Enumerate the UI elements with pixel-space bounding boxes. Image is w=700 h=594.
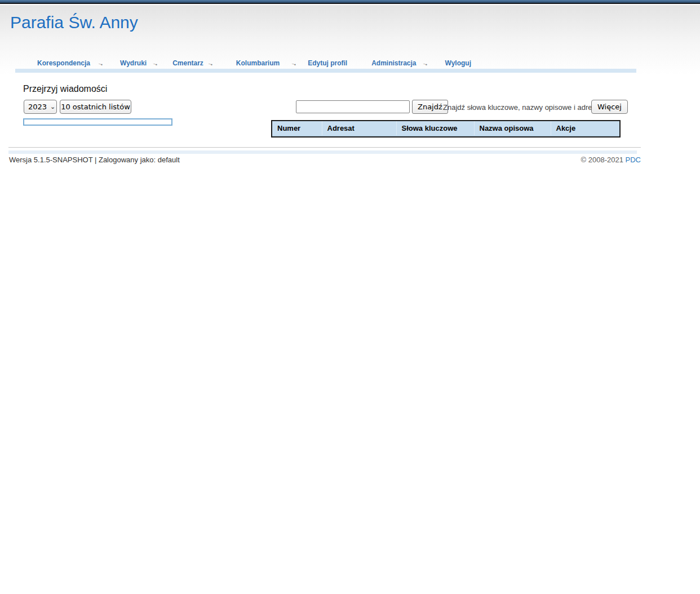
submenu-arrow-icon: → <box>151 58 160 68</box>
table-header-row: Numer Adresat Słowa kluczowe Nazwa opiso… <box>272 121 620 135</box>
copyright-text: © 2008-2021 <box>581 156 623 164</box>
top-accent-bar <box>0 0 700 4</box>
footer-copyright: © 2008-2021 PDC <box>472 156 641 164</box>
nav-item-wydruki[interactable]: Wydruki <box>120 59 147 67</box>
main-nav: Korespondencja → Wydruki → Cmentarz → Ko… <box>37 59 471 68</box>
column-header-adresat: Adresat <box>322 121 396 135</box>
submenu-arrow-icon: → <box>206 58 215 68</box>
footer-accent-bar <box>8 150 637 154</box>
more-button[interactable]: Więcej <box>591 100 628 114</box>
footer-divider <box>8 147 641 148</box>
nav-item-cmentarz[interactable]: Cmentarz <box>172 59 203 67</box>
nav-item-administracja[interactable]: Administracja <box>371 59 416 67</box>
column-header-nazwa-opisowa: Nazwa opisowa <box>474 121 551 135</box>
year-select-value: 2023 <box>28 103 47 111</box>
submenu-arrow-icon: → <box>421 58 430 68</box>
table-empty-row <box>272 135 620 137</box>
column-header-numer: Numer <box>272 121 322 135</box>
section-heading: Przejrzyj wiadomości <box>23 84 107 94</box>
column-header-akcje: Akcje <box>551 121 620 135</box>
recent-letters-button[interactable]: 10 ostatnich listów <box>60 100 131 114</box>
chevron-down-icon: ⌄ <box>50 105 55 109</box>
nav-accent-bar <box>15 69 636 73</box>
message-list-box <box>23 118 172 126</box>
submenu-arrow-icon: → <box>290 58 299 68</box>
submenu-arrow-icon: → <box>96 58 105 68</box>
page-title: Parafia Św. Anny <box>10 12 138 33</box>
results-table: Numer Adresat Słowa kluczowe Nazwa opiso… <box>271 120 621 138</box>
column-header-slowa-kluczowe: Słowa kluczowe <box>396 121 474 135</box>
nav-item-edytuj-profil[interactable]: Edytuj profil <box>308 59 347 67</box>
nav-item-wyloguj[interactable]: Wyloguj <box>445 59 471 67</box>
footer-version-text: Wersja 5.1.5-SNAPSHOT | Zalogowany jako:… <box>9 156 180 164</box>
nav-item-kolumbarium[interactable]: Kolumbarium <box>236 59 280 67</box>
search-input[interactable] <box>296 100 410 113</box>
nav-item-korespondencja[interactable]: Korespondencja <box>37 59 90 67</box>
year-select[interactable]: 2023 ⌄ <box>24 100 57 114</box>
search-hint: Znajdź słowa kluczowe, nazwy opisowe i a… <box>443 103 599 112</box>
pdc-link[interactable]: PDC <box>626 156 641 164</box>
